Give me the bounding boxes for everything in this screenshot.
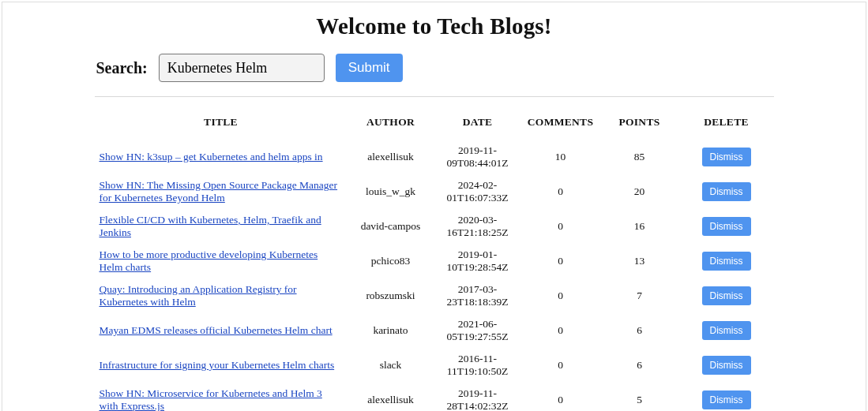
submit-button[interactable]: Submit [336, 54, 403, 82]
dismiss-button[interactable]: Dismiss [702, 390, 751, 409]
author-cell: alexellisuk [348, 140, 434, 174]
comments-cell: 0 [521, 174, 600, 209]
search-label: Search: [96, 59, 148, 77]
post-link[interactable]: Flexible CI/CD with Kubernetes, Helm, Tr… [100, 214, 321, 238]
post-link[interactable]: Quay: Introducing an Application Registr… [100, 283, 297, 308]
comments-cell: 0 [521, 348, 600, 383]
points-cell: 5 [600, 383, 679, 411]
page-title: Welcome to Tech Blogs! [95, 13, 774, 39]
post-link[interactable]: Show HN: Microservice for Kubernetes and… [100, 387, 322, 411]
post-link[interactable]: How to be more productive developing Kub… [100, 248, 318, 273]
date-cell: 2019-01-10T19:28:54Z [434, 244, 521, 278]
post-link[interactable]: Show HN: The Missing Open Source Package… [100, 179, 338, 204]
dismiss-button[interactable]: Dismiss [702, 182, 751, 201]
comments-cell: 0 [521, 244, 600, 278]
comments-cell: 0 [521, 313, 600, 348]
author-cell: louis_w_gk [348, 174, 434, 209]
author-cell: david-campos [348, 209, 434, 244]
date-cell: 2016-11-11T19:10:50Z [434, 348, 521, 383]
dismiss-button[interactable]: Dismiss [702, 252, 751, 271]
author-cell: slack [348, 348, 434, 383]
table-row: Show HN: k3sup – get Kubernetes and helm… [95, 140, 774, 174]
date-cell: 2021-06-05T19:27:55Z [434, 313, 521, 348]
points-cell: 13 [600, 244, 679, 278]
author-cell: robszumski [348, 278, 434, 313]
points-cell: 7 [600, 278, 679, 313]
col-title: TITLE [95, 108, 348, 140]
author-cell: karinato [348, 313, 434, 348]
post-link[interactable]: Mayan EDMS releases official Kubernetes … [100, 324, 333, 336]
dismiss-button[interactable]: Dismiss [702, 356, 751, 375]
points-cell: 6 [600, 348, 679, 383]
points-cell: 85 [600, 140, 679, 174]
table-row: How to be more productive developing Kub… [95, 244, 774, 278]
comments-cell: 10 [521, 140, 600, 174]
col-delete: DELETE [679, 108, 774, 140]
search-row: Search: Submit [96, 54, 774, 82]
date-cell: 2024-02-01T16:07:33Z [434, 174, 521, 209]
comments-cell: 0 [521, 383, 600, 411]
dismiss-button[interactable]: Dismiss [702, 321, 751, 340]
dismiss-button[interactable]: Dismiss [702, 148, 751, 166]
date-cell: 2020-03-16T21:18:25Z [434, 209, 521, 244]
points-cell: 20 [600, 174, 679, 209]
dismiss-button[interactable]: Dismiss [702, 286, 751, 305]
author-cell: alexellisuk [348, 383, 434, 411]
table-row: Show HN: Microservice for Kubernetes and… [95, 383, 774, 411]
dismiss-button[interactable]: Dismiss [702, 217, 751, 236]
divider [95, 96, 774, 97]
col-comments: COMMENTS [521, 108, 600, 140]
col-author: AUTHOR [348, 108, 434, 140]
post-link[interactable]: Show HN: k3sup – get Kubernetes and helm… [100, 151, 323, 163]
table-row: Infrastructure for signing your Kubernet… [95, 348, 774, 383]
date-cell: 2017-03-23T18:18:39Z [434, 278, 521, 313]
date-cell: 2019-11-28T14:02:32Z [434, 383, 521, 411]
table-row: Flexible CI/CD with Kubernetes, Helm, Tr… [95, 209, 774, 244]
results-table: TITLE AUTHOR DATE COMMENTS POINTS DELETE… [95, 108, 774, 411]
table-row: Show HN: The Missing Open Source Package… [95, 174, 774, 209]
date-cell: 2019-11-09T08:44:01Z [434, 140, 521, 174]
author-cell: pchico83 [348, 244, 434, 278]
col-points: POINTS [600, 108, 679, 140]
post-link[interactable]: Infrastructure for signing your Kubernet… [100, 359, 335, 371]
col-date: DATE [434, 108, 521, 140]
table-row: Quay: Introducing an Application Registr… [95, 278, 774, 313]
comments-cell: 0 [521, 209, 600, 244]
points-cell: 6 [600, 313, 679, 348]
comments-cell: 0 [521, 278, 600, 313]
table-row: Mayan EDMS releases official Kubernetes … [95, 313, 774, 348]
search-input[interactable] [159, 54, 325, 82]
points-cell: 16 [600, 209, 679, 244]
